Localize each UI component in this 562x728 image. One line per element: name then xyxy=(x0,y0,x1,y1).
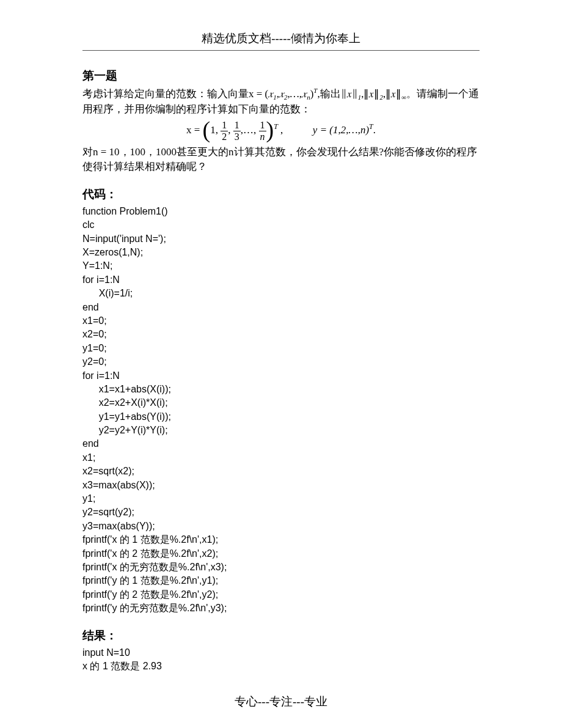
result-block: input N=10 x 的 1 范数是 2.93 xyxy=(82,646,480,674)
text: ,‖𝑥‖ xyxy=(383,88,401,100)
text: ,输出‖𝑥‖ xyxy=(317,88,357,100)
section-title-1: 第一题 xyxy=(82,68,480,84)
formula-block: x = (1, 12, 13,…, 1n)T , y = (1,2,…,n)T. xyxy=(82,119,480,142)
result-heading: 结果： xyxy=(82,628,480,644)
code-block: function Problem1() clc N=input('input N… xyxy=(82,205,480,616)
text: 考虑计算给定向量的范数：输入向量x = ( xyxy=(82,88,268,100)
text: ,‖𝑥‖ xyxy=(361,88,379,100)
formula-x: x = (1, 12, 13,…, 1n)T , xyxy=(186,124,286,136)
page-footer: 专心---专注---专业 xyxy=(0,694,562,710)
document-page: 精选优质文档-----倾情为你奉上 第一题 考虑计算给定向量的范数：输入向量x … xyxy=(0,0,562,728)
page-header: 精选优质文档-----倾情为你奉上 xyxy=(82,31,480,51)
code-heading: 代码： xyxy=(82,186,480,202)
problem-statement-1: 考虑计算给定向量的范数：输入向量x = (𝑥1,𝑥2,…,𝑥n)T,输出‖𝑥‖1… xyxy=(82,86,480,117)
problem-statement-2: 对n = 10，100，1000甚至更大的n计算其范数，你会发现什么结果?你能否… xyxy=(82,145,480,174)
formula-y: y = (1,2,…,n)T. xyxy=(313,124,376,136)
